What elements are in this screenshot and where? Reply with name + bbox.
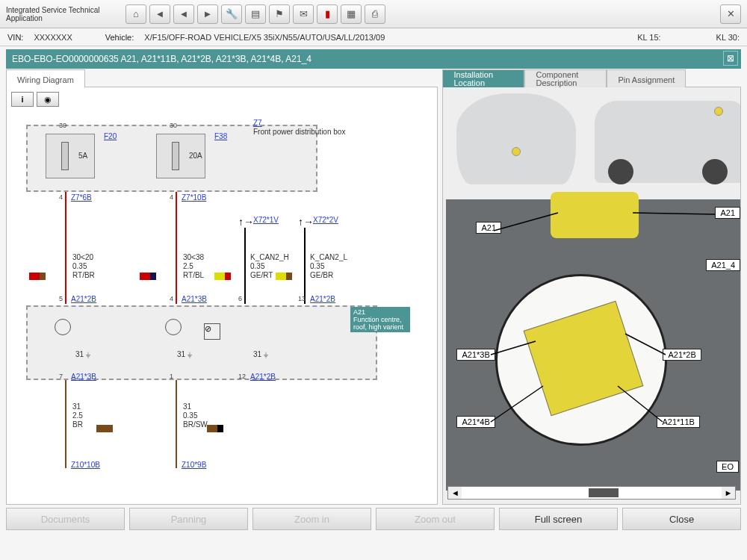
back-icon[interactable]: ◄: [149, 4, 170, 24]
tab-install-location[interactable]: Installation Location: [442, 69, 524, 87]
full-screen-button[interactable]: Full screen: [499, 508, 618, 530]
callout-a214b[interactable]: A21*4B: [456, 416, 495, 428]
pin-30b: 30: [170, 122, 177, 129]
scroll-right-icon[interactable]: ►: [722, 487, 735, 499]
color-rtbl: [140, 273, 156, 280]
kl30-label: KL 30:: [716, 33, 740, 42]
f38-link[interactable]: F38: [214, 132, 227, 140]
z7-link[interactable]: Z7: [253, 119, 262, 127]
f20-amp: 5A: [78, 152, 87, 160]
a213b2-link[interactable]: A21*3B: [71, 373, 96, 381]
callout-a213b[interactable]: A21*3B: [456, 349, 495, 361]
x722v-link[interactable]: X72*2V: [313, 216, 338, 224]
alert-icon[interactable]: ▮: [317, 4, 338, 24]
vin-label: VIN:: [7, 33, 23, 42]
fwd-icon[interactable]: ►: [197, 4, 218, 24]
tab-pin-assignment[interactable]: Pin Assignment: [607, 69, 686, 87]
a21-box: [26, 305, 377, 380]
callout-a214[interactable]: A21_4: [706, 259, 740, 271]
callout-a212b[interactable]: A21*2B: [663, 349, 701, 361]
z76b-link[interactable]: Z7*6B: [71, 193, 92, 202]
print-icon[interactable]: ⎙: [365, 4, 385, 24]
z1010b-link[interactable]: Z10*10B: [71, 461, 100, 469]
documents-button: Documents: [6, 508, 125, 530]
a212b3-link[interactable]: A21*2B: [250, 373, 276, 381]
mail-icon[interactable]: ✉: [293, 4, 314, 24]
pin4c: 4: [170, 295, 173, 302]
up-icon[interactable]: ◄: [173, 4, 194, 24]
p31c: 31 ⏚: [253, 350, 268, 358]
detail-circle: [495, 274, 667, 446]
color-brsw: [207, 425, 223, 432]
wheel2-icon: [702, 159, 728, 184]
breadcrumb-close-icon[interactable]: ⊠: [723, 51, 738, 66]
wiring-pane: Wiring Diagram i ◉ Z7 Front power distri…: [6, 87, 438, 505]
scroll-thumb[interactable]: [589, 488, 619, 497]
car-top-icon: [456, 93, 576, 184]
breadcrumb: EBO-EBO-EO0000000635 A21, A21*11B, A21*2…: [6, 49, 741, 69]
kl15-label: KL 15:: [637, 33, 660, 42]
wiring-diagram[interactable]: i ◉ Z7 Front power distribution box F20 …: [7, 87, 437, 504]
p31b: 31 ⏚: [177, 350, 192, 358]
arrow-up-icon: ↑→: [238, 216, 254, 228]
z109b-link[interactable]: Z10*9B: [182, 461, 206, 469]
info-icon[interactable]: i: [11, 92, 34, 107]
home-icon[interactable]: ⌂: [125, 4, 146, 24]
close-icon[interactable]: ✕: [720, 4, 741, 24]
vin-value: XXXXXXX: [34, 33, 72, 42]
b1g: 2.5: [72, 411, 83, 420]
f20-link[interactable]: F20: [104, 132, 117, 140]
location-pane: Installation Location Component Descript…: [442, 87, 741, 505]
car-icon[interactable]: ▦: [341, 4, 362, 24]
w1n: 30<20: [72, 253, 93, 261]
flag-icon[interactable]: ⚑: [269, 4, 290, 24]
callout-eo: EO: [716, 461, 739, 473]
tab-component-desc[interactable]: Component Description: [524, 69, 607, 87]
w4g: 0.35: [310, 262, 324, 270]
component-chip-icon: [524, 301, 644, 416]
callout-a2111b[interactable]: A21*11B: [657, 416, 699, 428]
a21-module-icon: [551, 192, 639, 238]
wire-2: [176, 192, 177, 304]
scroll-left-icon[interactable]: ◄: [448, 487, 462, 499]
w1g: 0.35: [72, 262, 87, 270]
sym-square: ⊘: [204, 323, 220, 340]
doc-icon[interactable]: ▤: [245, 4, 266, 24]
callout-a21r[interactable]: A21: [715, 207, 740, 219]
w2g: 2.5: [183, 262, 193, 270]
w2n: 30<38: [183, 253, 204, 261]
a212b2-link[interactable]: A21*2B: [310, 295, 335, 303]
marker-dot: [512, 147, 521, 156]
w3n: K_CAN2_H: [250, 253, 289, 261]
p31a: 31 ⏚: [75, 350, 90, 358]
tab-wiring-diagram[interactable]: Wiring Diagram: [6, 69, 85, 87]
a212b-link[interactable]: A21*2B: [71, 295, 96, 303]
w2c: RT/BL: [183, 271, 204, 279]
eye-icon[interactable]: ◉: [37, 92, 59, 107]
x721v-link[interactable]: X72*1V: [253, 216, 279, 224]
a213b-link[interactable]: A21*3B: [182, 295, 207, 303]
b1n: 31: [72, 402, 81, 411]
location-view[interactable]: A21 A21 A21_4 A21*3B A21*4B A21*2B A21*1…: [443, 87, 740, 504]
wheel-icon: [608, 159, 633, 184]
h-scrollbar[interactable]: ◄ ►: [447, 486, 736, 500]
w1c: RT/BR: [72, 271, 95, 279]
arrow-up2-icon: ↑→: [298, 216, 314, 228]
pin13: 13: [298, 295, 306, 302]
color-br: [96, 425, 113, 432]
z710b-link[interactable]: Z7*10B: [182, 193, 206, 202]
b2n: 31: [183, 402, 191, 411]
pin7: 7: [59, 373, 63, 380]
wire-1: [65, 192, 66, 304]
callout-a21[interactable]: A21: [476, 222, 501, 234]
pin12: 12: [238, 373, 246, 380]
color-gebr: [276, 273, 292, 280]
pin-4b: 4: [170, 193, 173, 201]
a21-tag: A21Function centre, roof, high varient: [350, 307, 410, 332]
breadcrumb-text: EBO-EBO-EO0000000635 A21, A21*11B, A21*2…: [12, 54, 311, 64]
wrench-icon[interactable]: 🔧: [221, 4, 242, 24]
z7-desc: Front power distribution box: [253, 128, 345, 136]
f38-amp: 20A: [189, 152, 202, 160]
close-button[interactable]: Close: [622, 508, 741, 530]
sym-circle1: [55, 319, 71, 335]
